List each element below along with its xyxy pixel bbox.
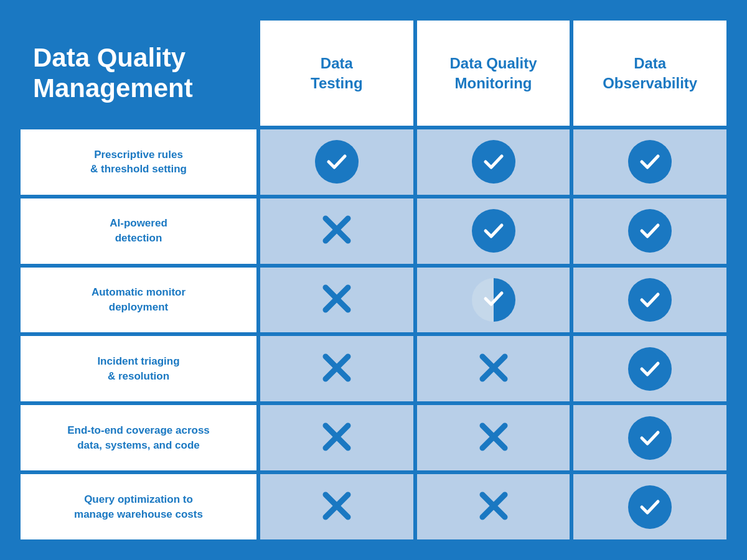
partial-check-icon [472, 278, 515, 322]
row-0-col2 [415, 128, 572, 197]
row-4-col1 [258, 403, 415, 472]
row-3-col3 [571, 334, 728, 403]
row-2-col2 [415, 266, 572, 335]
row-label-text-4: End-to-end coverage acrossdata, systems,… [67, 423, 210, 453]
table-row: Prescriptive rules& threshold setting [19, 128, 728, 197]
row-label-cell-0: Prescriptive rules& threshold setting [19, 128, 258, 197]
row-1-col2 [415, 197, 572, 266]
check-icon [628, 347, 672, 391]
cross-icon [318, 418, 355, 458]
row-label-text-0: Prescriptive rules& threshold setting [90, 147, 187, 177]
row-2-col1 [258, 266, 415, 335]
row-5-col2 [415, 472, 572, 541]
table-title: Data Quality Management [33, 43, 193, 103]
row-label-cell-3: Incident triaging& resolution [19, 334, 258, 403]
col-header-2-text: Data Quality Monitoring [449, 54, 537, 92]
row-label-cell-4: End-to-end coverage acrossdata, systems,… [19, 403, 258, 472]
table-row: AI-powereddetection [19, 197, 728, 266]
check-icon [628, 416, 672, 460]
col-header-1: Data Testing [258, 19, 415, 128]
row-4-col2 [415, 403, 572, 472]
col-header-3-text: Data Observability [603, 54, 697, 92]
comparison-table: Data Quality Management Data Testing Dat… [19, 19, 728, 541]
cross-icon [318, 487, 355, 527]
row-label-text-3: Incident triaging& resolution [97, 354, 179, 384]
row-5-col1 [258, 472, 415, 541]
table-row: Incident triaging& resolution [19, 334, 728, 403]
row-label-cell-2: Automatic monitordeployment [19, 266, 258, 335]
row-3-col1 [258, 334, 415, 403]
table-row: Automatic monitordeployment [19, 266, 728, 335]
cross-icon [318, 211, 355, 251]
table-title-cell: Data Quality Management [19, 19, 258, 128]
check-icon [628, 209, 672, 253]
row-label-cell-1: AI-powereddetection [19, 197, 258, 266]
row-1-col3 [571, 197, 728, 266]
cross-icon [475, 349, 512, 389]
cross-icon [318, 280, 355, 320]
check-icon [628, 278, 672, 322]
check-icon [628, 485, 672, 529]
row-label-text-5: Query optimization tomanage warehouse co… [74, 492, 203, 522]
row-5-col3 [571, 472, 728, 541]
row-0-col1 [258, 128, 415, 197]
check-icon [628, 140, 672, 184]
check-icon [472, 140, 515, 184]
col-header-1-text: Data Testing [311, 54, 363, 92]
cross-icon [475, 487, 512, 527]
row-2-col3 [571, 266, 728, 335]
row-label-text-1: AI-powereddetection [110, 216, 167, 246]
col-header-3: Data Observability [571, 19, 728, 128]
row-1-col1 [258, 197, 415, 266]
table-row: End-to-end coverage acrossdata, systems,… [19, 403, 728, 472]
row-label-text-2: Automatic monitordeployment [92, 285, 186, 315]
cross-icon [318, 349, 355, 389]
col-header-2: Data Quality Monitoring [415, 19, 572, 128]
cross-icon [475, 418, 512, 458]
row-label-cell-5: Query optimization tomanage warehouse co… [19, 472, 258, 541]
row-3-col2 [415, 334, 572, 403]
table-row: Query optimization tomanage warehouse co… [19, 472, 728, 541]
check-icon [315, 140, 359, 184]
row-0-col3 [571, 128, 728, 197]
check-icon [472, 209, 515, 253]
table-body: Prescriptive rules& threshold setting AI… [19, 128, 728, 541]
table-header: Data Quality Management Data Testing Dat… [19, 19, 728, 128]
row-4-col3 [571, 403, 728, 472]
